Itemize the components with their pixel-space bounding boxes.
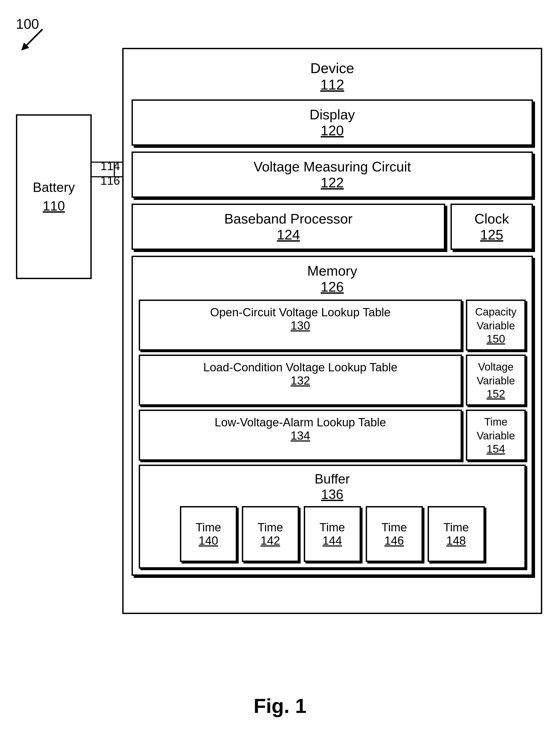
baseband-id: 124 xyxy=(139,227,438,243)
lcv-table-id: 132 xyxy=(145,374,456,387)
vmc-box: Voltage Measuring Circuit 122 xyxy=(132,151,533,198)
baseband-label: Baseband Processor xyxy=(139,211,438,227)
ref-114: 114 xyxy=(101,159,120,173)
time-148-label: Time xyxy=(443,521,469,534)
time-144-label: Time xyxy=(320,521,345,534)
time-146-id: 146 xyxy=(384,534,404,547)
capacity-var-box: Capacity Variable 150 xyxy=(466,300,526,350)
display-label: Display xyxy=(139,107,526,122)
time-144-box: Time 144 xyxy=(304,506,361,562)
memory-header: Memory 126 xyxy=(139,263,526,295)
voltage-var-box: Voltage Variable 152 xyxy=(466,355,526,406)
buffer-id: 136 xyxy=(145,487,519,502)
time-var-label: Time Variable xyxy=(471,415,520,443)
time-144-id: 144 xyxy=(323,534,342,547)
lva-table-box: Low-Voltage-Alarm Lookup Table 134 xyxy=(139,410,462,461)
time-142-id: 142 xyxy=(260,534,280,547)
time-142-label: Time xyxy=(258,521,283,534)
lcv-row: Load-Condition Voltage Lookup Table 132 … xyxy=(139,355,526,406)
time-var-id: 154 xyxy=(486,443,505,455)
time-146-label: Time xyxy=(381,521,407,534)
buffer-times-row: Time 140 Time 142 Time 144 Time 146 Time xyxy=(145,506,519,562)
vmc-label: Voltage Measuring Circuit xyxy=(139,159,526,175)
lcv-table-box: Load-Condition Voltage Lookup Table 132 xyxy=(139,355,462,406)
buffer-header: Buffer 136 xyxy=(145,471,519,502)
vmc-id: 122 xyxy=(139,175,526,191)
ref-116: 116 xyxy=(101,174,120,187)
battery-block: Battery 110 xyxy=(16,114,92,279)
capacity-var-id: 150 xyxy=(486,333,505,345)
time-146-box: Time 146 xyxy=(366,506,423,562)
ocv-row: Open-Circuit Voltage Lookup Table 130 Ca… xyxy=(139,300,526,350)
bp-clock-row: Baseband Processor 124 Clock 125 xyxy=(132,203,533,250)
buffer-outer-box: Buffer 136 Time 140 Time 142 Time 144 Ti… xyxy=(139,464,526,568)
lcv-table-label: Load-Condition Voltage Lookup Table xyxy=(145,361,456,374)
lva-table-label: Low-Voltage-Alarm Lookup Table xyxy=(145,416,456,429)
figure-caption: Fig. 1 xyxy=(254,694,306,717)
battery-label: Battery xyxy=(33,180,75,195)
battery-id: 110 xyxy=(43,198,65,214)
time-148-id: 148 xyxy=(446,534,465,547)
svg-line-0 xyxy=(24,29,42,48)
memory-outer-box: Memory 126 Open-Circuit Voltage Lookup T… xyxy=(132,256,533,576)
clock-id: 125 xyxy=(480,227,503,243)
device-label-area: Device 112 xyxy=(132,57,533,100)
lva-row: Low-Voltage-Alarm Lookup Table 134 Time … xyxy=(139,410,526,461)
display-id: 120 xyxy=(139,122,526,139)
time-142-box: Time 142 xyxy=(242,506,299,562)
device-id: 112 xyxy=(132,76,533,93)
time-140-label: Time xyxy=(196,521,221,534)
voltage-var-id: 152 xyxy=(486,387,505,400)
baseband-box: Baseband Processor 124 xyxy=(132,203,445,250)
ocv-table-box: Open-Circuit Voltage Lookup Table 130 xyxy=(139,300,462,350)
voltage-var-label: Voltage Variable xyxy=(471,360,520,387)
arrow-icon xyxy=(18,27,45,53)
clock-label: Clock xyxy=(475,211,509,227)
device-outer-box: Device 112 Display 120 Voltage Measuring… xyxy=(122,48,542,614)
ocv-table-label: Open-Circuit Voltage Lookup Table xyxy=(145,306,456,319)
capacity-var-label: Capacity Variable xyxy=(471,305,520,333)
memory-id: 126 xyxy=(139,279,526,295)
device-label: Device xyxy=(132,60,533,76)
time-var-box: Time Variable 154 xyxy=(466,410,526,461)
time-140-box: Time 140 xyxy=(180,506,237,562)
display-box: Display 120 xyxy=(132,100,533,146)
ocv-table-id: 130 xyxy=(145,319,456,332)
clock-box: Clock 125 xyxy=(450,203,533,250)
time-140-id: 140 xyxy=(198,534,218,547)
buffer-label: Buffer xyxy=(145,471,519,487)
memory-label: Memory xyxy=(139,263,526,279)
lva-table-id: 134 xyxy=(145,429,456,442)
time-148-box: Time 148 xyxy=(427,506,485,562)
